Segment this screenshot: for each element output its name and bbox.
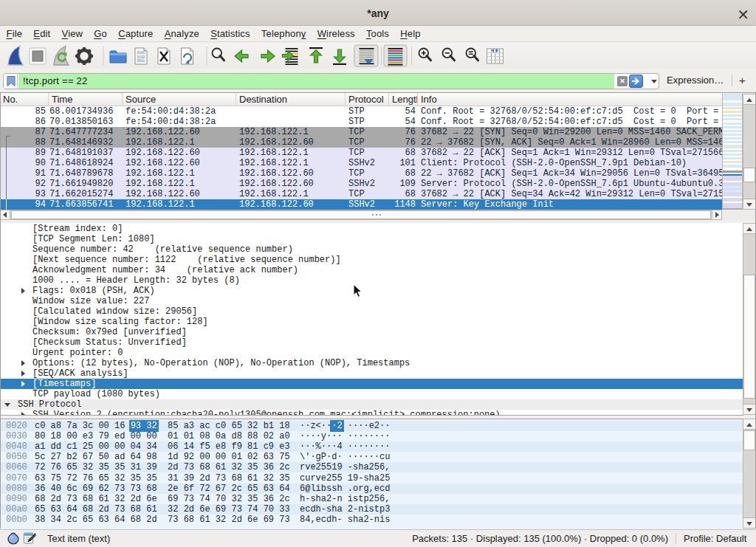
svg-text:0011: 0011 [137, 59, 145, 63]
svg-text:0101: 0101 [137, 51, 145, 55]
svg-text:0110: 0110 [137, 55, 145, 59]
